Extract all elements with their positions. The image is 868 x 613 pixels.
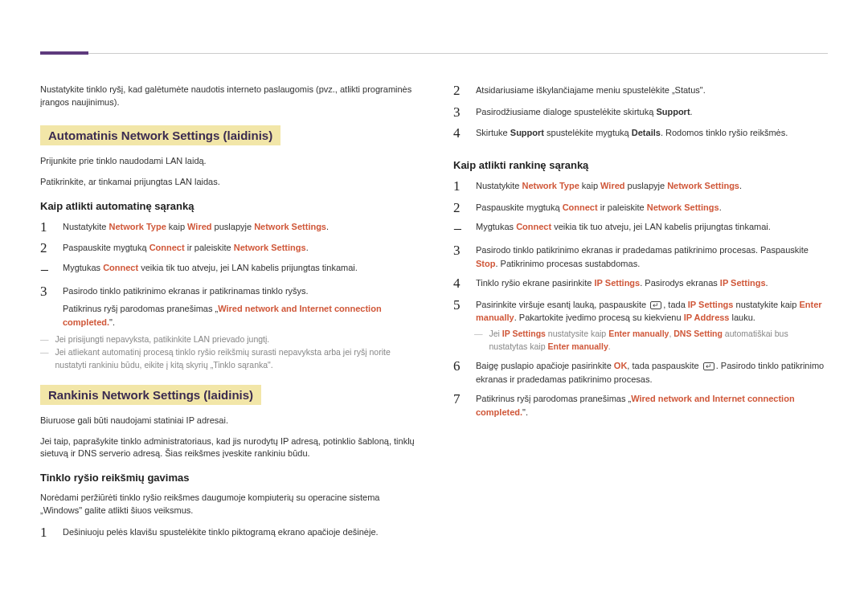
step-body: Paspauskite mygtuką Connect ir paleiskit… [63, 241, 415, 255]
step-body: Tinklo ryšio ekrane pasirinkite IP Setti… [476, 276, 828, 290]
step-number: 2 [40, 241, 51, 256]
manual-step-1: 1 Nustatykite Network Type kaip Wired pu… [453, 179, 828, 194]
header-accent-bar [40, 51, 88, 55]
step-number: 5 [453, 298, 465, 313]
values-step-3: 3 Pasirodžiusiame dialoge spustelėkite s… [453, 105, 828, 121]
step-number: 3 [40, 284, 51, 300]
enter-icon [703, 362, 714, 370]
manual-step-2-sub: ‒ Mygtukas Connect veikia tik tuo atveju… [453, 222, 828, 237]
section-title-manual: Rankinis Network Settings (laidinis) [40, 385, 261, 405]
step-body: Pasirodo tinklo patikrinimo ekranas ir p… [476, 243, 828, 270]
step-number: 3 [453, 105, 465, 121]
values-step-2: 2 Atsidariusiame iškylančiajame meniu sp… [453, 84, 828, 99]
header-divider [88, 53, 828, 54]
manual-steps-list-cont: 6 Baigę puslapio apačioje pasirinkite OK… [453, 359, 828, 419]
step-number: 4 [453, 276, 465, 292]
step-number: 1 [40, 220, 51, 235]
manual-step-2: 2 Paspauskite mygtuką Connect ir paleisk… [453, 201, 828, 216]
step-number: 3 [453, 243, 465, 259]
step-body: Skirtuke Support spustelėkite mygtuką De… [476, 126, 828, 140]
step-number: 2 [453, 84, 465, 99]
dash: ‒ [453, 222, 465, 237]
auto-step-2: 2 Paspauskite mygtuką Connect ir paleisk… [40, 241, 415, 256]
auto-line-2: Patikrinkite, ar tinkamai prijungtas LAN… [40, 176, 415, 189]
values-steps-list: 1 Dešiniuoju pelės klavišu spustelėkite … [40, 525, 415, 541]
step-body: Patikrinus ryšį parodomas pranešimas „Wi… [476, 392, 828, 419]
values-steps-list-cont: 2 Atsidariusiame iškylančiajame meniu sp… [453, 84, 828, 141]
step-number: 6 [453, 359, 465, 374]
step-number: 1 [453, 179, 465, 194]
manual-step-7: 7 Patikrinus ryšį parodomas pranešimas „… [453, 392, 828, 419]
enter-icon [650, 301, 661, 309]
auto-note-1: Jei prisijungti nepavyksta, patikinkite … [40, 333, 415, 346]
step-body: Mygtukas Connect veikia tik tuo atveju, … [476, 222, 771, 231]
manual-steps-list: 1 Nustatykite Network Type kaip Wired pu… [453, 179, 828, 325]
step-body: Paspauskite mygtuką Connect ir paleiskit… [476, 201, 828, 215]
auto-step-2-sub: ‒ Mygtukas Connect veikia tik tuo atveju… [40, 263, 415, 278]
manual-line-2: Jei taip, paprašykite tinklo administrat… [40, 435, 415, 461]
auto-step-1: 1 Nustatykite Network Type kaip Wired pu… [40, 220, 415, 235]
values-intro: Norėdami peržiūrėti tinklo ryšio reikšme… [40, 492, 415, 517]
manual-line-1: Biuruose gali būti naudojami statiniai I… [40, 415, 415, 427]
step-body: Pasirinkite viršuje esantį lauką, paspau… [476, 298, 828, 325]
values-title: Tinklo ryšio reikšmių gavimas [40, 472, 415, 484]
auto-steps-list: 1 Nustatykite Network Type kaip Wired pu… [40, 220, 415, 329]
step-number: 4 [453, 126, 465, 141]
section-title-auto: Automatinis Network Settings (laidinis) [40, 125, 280, 145]
manual-step-3: 3 Pasirodo tinklo patikrinimo ekranas ir… [453, 243, 828, 270]
manual-step-5: 5 Pasirinkite viršuje esantį lauką, pasp… [453, 298, 828, 325]
manual-how-title: Kaip atlikti rankinę sąranką [453, 159, 828, 171]
values-step-4: 4 Skirtuke Support spustelėkite mygtuką … [453, 126, 828, 141]
content-columns: Nustatykite tinklo ryšį, kad galėtumėte … [40, 84, 828, 541]
step-body: Nustatykite Network Type kaip Wired pusl… [476, 179, 828, 193]
auto-note-2: Jei atliekant automatinį procesą tinklo … [40, 346, 415, 372]
auto-line-1: Prijunkite prie tinklo naudodami LAN lai… [40, 155, 415, 168]
manual-step-4: 4 Tinklo ryšio ekrane pasirinkite IP Set… [453, 276, 828, 292]
auto-step-3: 3 Pasirodo tinklo patikrinimo ekranas ir… [40, 284, 415, 329]
step-body: Dešiniuoju pelės klavišu spustelėkite ti… [63, 525, 415, 539]
step-body: Nustatykite Network Type kaip Wired pusl… [63, 220, 415, 234]
left-column: Nustatykite tinklo ryšį, kad galėtumėte … [40, 84, 415, 541]
values-step-1: 1 Dešiniuoju pelės klavišu spustelėkite … [40, 525, 415, 541]
dash: ‒ [40, 263, 51, 278]
intro-text: Nustatykite tinklo ryšį, kad galėtumėte … [40, 84, 415, 109]
step-body: Atsidariusiame iškylančiajame meniu spus… [476, 84, 828, 97]
auto-how-title: Kaip atlikti automatinę sąranką [40, 200, 415, 212]
step-number: 7 [453, 392, 465, 407]
step-body: Mygtukas Connect veikia tik tuo atveju, … [63, 263, 358, 272]
step-number: 2 [453, 201, 465, 216]
step-body: Baigę puslapio apačioje pasirinkite OK, … [476, 359, 828, 386]
step-body: Pasirodžiusiame dialoge spustelėkite ski… [476, 105, 828, 119]
right-column: 2 Atsidariusiame iškylančiajame meniu sp… [453, 84, 828, 541]
step-body: Pasirodo tinklo patikrinimo ekranas ir p… [63, 284, 415, 329]
manual-step-6: 6 Baigę puslapio apačioje pasirinkite OK… [453, 359, 828, 386]
step-number: 1 [40, 525, 51, 541]
manual-step-5-note: Jei IP Settings nustatysite kaip Enter m… [474, 328, 828, 353]
